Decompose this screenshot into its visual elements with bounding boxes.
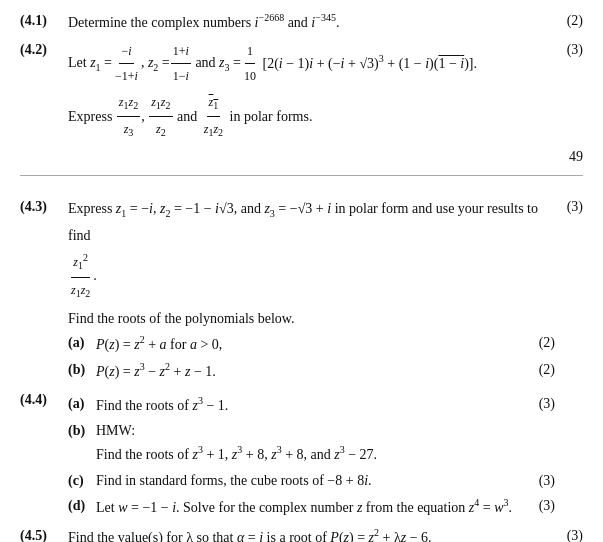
sub-content-4-3-b: P(z) = z3 − z2 + z − 1.	[96, 359, 527, 383]
sub-content-4-4-a: Find the roots of z3 − 1.	[96, 393, 527, 417]
sub-content-4-3-a: P(z) = z2 + a for a > 0,	[96, 332, 527, 356]
sub-marks-4-4-a: (3)	[527, 393, 555, 415]
problem-content-4-1: Determine the complex numbers i−2668 and…	[68, 10, 555, 33]
sub-4-4-d: (d) Let w = −1 − i. Solve for the comple…	[68, 495, 555, 519]
sub-4-3-a: (a) P(z) = z2 + a for a > 0, (2)	[68, 332, 555, 356]
sub-label-4-3-a: (a)	[68, 332, 96, 354]
page-number: 49	[20, 149, 583, 165]
roots-intro: Find the roots of the polynomials below.	[68, 308, 555, 329]
sub-label-4-4-b: (b)	[68, 420, 96, 442]
problem-content-4-5: Find the value(s) for λ so that α = i is…	[68, 525, 555, 542]
sub-content-4-4-b: HMW: Find the roots of z3 + 1, z3 + 8, z…	[96, 420, 527, 466]
sub-marks-4-3-b: (2)	[527, 359, 555, 381]
sub-label-4-4-a: (a)	[68, 393, 96, 415]
problem-num-4-5: (4.5)	[20, 525, 68, 542]
marks-4-1: (2)	[555, 10, 583, 31]
problem-4-3: (4.3) Express z1 = −i, z2 = −1 − i√3, an…	[20, 196, 583, 383]
marks-4-5: (3)	[555, 525, 583, 542]
sub-marks-4-3-a: (2)	[527, 332, 555, 354]
problem-content-4-2: Let z1 = −i−1+i , z2 = 1+i1−i and z3 = 1…	[68, 39, 555, 144]
sub-4-4-b: (b) HMW: Find the roots of z3 + 1, z3 + …	[68, 420, 555, 466]
problem-num-4-1: (4.1)	[20, 10, 68, 31]
marks-4-3: (3)	[555, 196, 583, 217]
problem-content-4-4: (a) Find the roots of z3 − 1. (3) (b) HM…	[68, 389, 555, 519]
sub-content-4-4-c: Find in standard forms, the cube roots o…	[96, 470, 527, 492]
sub-marks-4-4-c: (3)	[527, 470, 555, 492]
problem-4-1: (4.1) Determine the complex numbers i−26…	[20, 10, 583, 33]
sub-content-4-4-d: Let w = −1 − i. Solve for the complex nu…	[96, 495, 527, 519]
sub-marks-4-4-d: (3)	[527, 495, 555, 517]
sub-label-4-4-d: (d)	[68, 495, 96, 517]
problem-num-4-3: (4.3)	[20, 196, 68, 217]
hmw-label: HMW:	[96, 423, 135, 438]
problem-4-2: (4.2) Let z1 = −i−1+i , z2 = 1+i1−i and …	[20, 39, 583, 144]
sub-4-4-c: (c) Find in standard forms, the cube roo…	[68, 470, 555, 492]
hmw-content: Find the roots of z3 + 1, z3 + 8, z3 + 8…	[96, 447, 377, 462]
marks-4-2: (3)	[555, 39, 583, 60]
problem-num-4-2: (4.2)	[20, 39, 68, 60]
sub-label-4-4-c: (c)	[68, 470, 96, 492]
sub-4-3-b: (b) P(z) = z3 − z2 + z − 1. (2)	[68, 359, 555, 383]
problem-4-4: (4.4) (a) Find the roots of z3 − 1. (3) …	[20, 389, 583, 519]
sub-label-4-3-b: (b)	[68, 359, 96, 381]
section-divider	[20, 175, 583, 176]
problem-num-4-4: (4.4)	[20, 389, 68, 410]
problem-4-5: (4.5) Find the value(s) for λ so that α …	[20, 525, 583, 542]
sub-4-4-a: (a) Find the roots of z3 − 1. (3)	[68, 393, 555, 417]
problem-content-4-3: Express z1 = −i, z2 = −1 − i√3, and z3 =…	[68, 196, 555, 383]
